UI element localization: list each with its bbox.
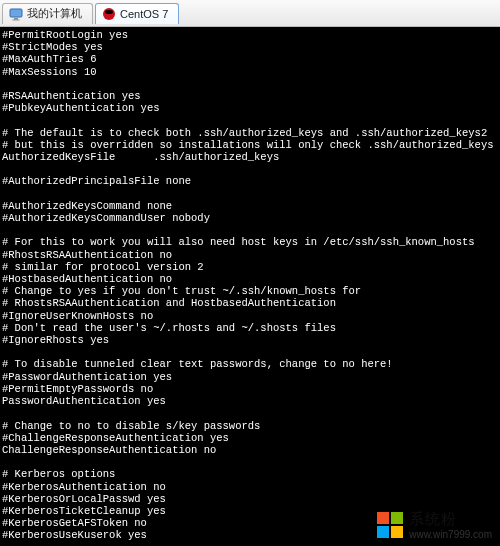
- svg-rect-1: [14, 18, 18, 20]
- vm-window: 我的计算机 CentOS 7 #PermitRootLogin yes #Str…: [0, 0, 500, 546]
- tab-label: 我的计算机: [27, 6, 82, 21]
- redhat-icon: [102, 7, 116, 21]
- tab-bar: 我的计算机 CentOS 7: [0, 0, 500, 27]
- watermark-url: www.win7999.com: [409, 529, 492, 540]
- ms-logo-icon: [377, 512, 403, 538]
- watermark-brand: 系统粉: [409, 510, 492, 529]
- svg-rect-2: [13, 19, 20, 20]
- tab-centos7[interactable]: CentOS 7: [95, 3, 179, 24]
- watermark: 系统粉 www.win7999.com: [377, 510, 492, 540]
- monitor-icon: [9, 7, 23, 21]
- terminal-output[interactable]: #PermitRootLogin yes #StrictModes yes #M…: [0, 27, 500, 546]
- svg-rect-0: [10, 9, 22, 17]
- tab-label: CentOS 7: [120, 8, 168, 20]
- tab-my-computer[interactable]: 我的计算机: [2, 3, 93, 24]
- watermark-text-block: 系统粉 www.win7999.com: [409, 510, 492, 540]
- svg-point-4: [105, 10, 113, 14]
